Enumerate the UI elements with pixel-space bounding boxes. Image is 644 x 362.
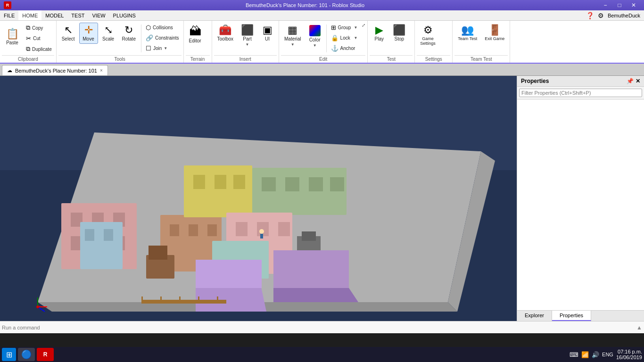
properties-filter-input[interactable] <box>519 89 642 97</box>
properties-tabs: Explorer Properties <box>517 310 644 321</box>
svg-rect-26 <box>285 177 299 191</box>
edit-content: ▦ Material ▼ Color ▼ ⊞ Group ▼ 🔒 Lock <box>281 23 365 54</box>
menu-test[interactable]: TEST <box>67 10 88 20</box>
group-icon: ⊞ <box>331 24 336 31</box>
svg-rect-28 <box>330 177 344 191</box>
explorer-tab[interactable]: Explorer <box>517 311 552 321</box>
paste-button[interactable]: 📋 Paste <box>2 23 23 51</box>
copy-button[interactable]: ⧉ Copy <box>24 23 54 33</box>
svg-rect-42 <box>141 300 226 304</box>
ui-button[interactable]: ▣ UI <box>258 23 277 44</box>
settings-content: ⚙ GameSettings <box>417 23 450 54</box>
test-content: ▶ Play ⬛ Stop <box>370 23 413 54</box>
svg-rect-15 <box>104 229 113 241</box>
main-tab[interactable]: ☁ BemutheDuck's Place Number: 101 × <box>2 65 108 75</box>
game-settings-button[interactable]: ⚙ GameSettings <box>417 23 439 48</box>
settings-icon[interactable]: ⚙ <box>598 12 604 19</box>
play-icon: ▶ <box>375 25 383 35</box>
svg-rect-19 <box>207 224 217 236</box>
svg-rect-23 <box>233 175 245 189</box>
tab-title: BemutheDuck's Place Number: 101 <box>15 68 97 74</box>
tab-cloud-icon: ☁ <box>7 67 12 74</box>
edit-small-stack: ⊞ Group ▼ 🔒 Lock ▼ ⚓ Anchor <box>329 23 361 53</box>
minimize-button[interactable]: − <box>599 1 612 9</box>
menu-home[interactable]: HOME <box>18 10 41 20</box>
part-dropdown-arrow: ▼ <box>246 42 249 47</box>
taskbar-roblox[interactable]: R <box>37 348 54 361</box>
editor-button[interactable]: 🏔 Editor <box>186 23 205 46</box>
titlebar: R BemutheDuck's Place Number: 101 - Robl… <box>0 0 644 10</box>
start-button[interactable]: ⊞ <box>2 348 16 361</box>
maximize-button[interactable]: □ <box>613 1 626 9</box>
group-button[interactable]: ⊞ Group ▼ <box>329 23 361 33</box>
svg-rect-44 <box>160 296 162 304</box>
move-icon: ✛ <box>84 25 93 35</box>
system-time: 07:16 p.m. <box>618 349 642 354</box>
properties-tab[interactable]: Properties <box>552 311 591 321</box>
menu-plugins[interactable]: PLUGINS <box>109 10 140 20</box>
part-button[interactable]: ⬛ Part ▼ <box>238 23 257 49</box>
viewport[interactable] <box>0 76 517 321</box>
exit-game-button[interactable]: 🚪 Exit Game <box>481 23 508 43</box>
taskbar-right: ⌨ 📶 🔊 ENG 07:16 p.m. 16/06/2019 <box>570 349 642 360</box>
properties-filter-area <box>517 87 644 99</box>
constraints-icon: 🔗 <box>146 34 153 41</box>
menu-view[interactable]: VIEW <box>88 10 109 20</box>
rotate-button[interactable]: ↻ Rotate <box>119 23 139 44</box>
edit-sep-1 <box>326 25 327 52</box>
insert-content: 🧰 Toolbox ⬛ Part ▼ ▣ UI <box>214 23 277 54</box>
collisions-button[interactable]: ⬡ Collisions <box>143 23 182 33</box>
svg-rect-36 <box>273 250 349 288</box>
play-button[interactable]: ▶ Play <box>370 23 388 44</box>
titlebar-controls: − □ ✕ <box>599 1 640 9</box>
tools-small-stack: ⬡ Collisions 🔗 Constraints ☐ Join ▼ <box>143 23 182 53</box>
ribbon-tools-section: ↖ Select ✛ Move ⤡ Scale ↻ Rotate ⬡ Colli… <box>57 21 184 63</box>
lock-icon: 🔒 <box>331 34 339 41</box>
volume-icon: 🔊 <box>592 351 599 358</box>
svg-rect-32 <box>278 222 290 236</box>
ribbon-terrain-section: 🏔 Editor Terrain <box>184 21 212 63</box>
select-button[interactable]: ↖ Select <box>58 23 78 44</box>
close-button[interactable]: ✕ <box>627 1 640 9</box>
svg-rect-39 <box>149 246 167 260</box>
help-icon[interactable]: ❓ <box>586 12 594 19</box>
cut-button[interactable]: ✂ Cut <box>24 33 54 43</box>
svg-point-48 <box>259 229 264 234</box>
join-button[interactable]: ☐ Join ▼ <box>143 43 182 53</box>
stop-button[interactable]: ⬛ Stop <box>389 23 409 44</box>
anchor-icon: ⚓ <box>331 45 339 52</box>
menu-model[interactable]: MODEL <box>41 10 67 20</box>
clipboard-content: 📋 Paste ⧉ Copy ✂ Cut ⧉ Duplicate <box>2 23 54 54</box>
move-button[interactable]: ✛ Move <box>79 23 98 44</box>
lock-button[interactable]: 🔒 Lock ▼ <box>329 33 361 43</box>
properties-pin-icon[interactable]: 📌 <box>627 78 634 84</box>
svg-rect-21 <box>193 175 205 189</box>
menu-file[interactable]: FILE <box>0 10 18 20</box>
edit-expand-icon[interactable]: ⤢ <box>362 23 365 28</box>
team-test-button[interactable]: 👥 Team Test <box>454 23 480 43</box>
duplicate-icon: ⧉ <box>26 45 30 53</box>
exit-game-icon: 🚪 <box>488 25 501 35</box>
toolbox-button[interactable]: 🧰 Toolbox <box>214 23 237 44</box>
svg-rect-18 <box>189 224 198 236</box>
constraints-button[interactable]: 🔗 Constraints <box>143 33 182 43</box>
svg-rect-27 <box>309 177 323 191</box>
join-dropdown-arrow: ▼ <box>164 46 167 50</box>
anchor-button[interactable]: ⚓ Anchor <box>329 43 361 53</box>
svg-rect-14 <box>85 229 94 241</box>
tab-close-button[interactable]: × <box>100 68 103 73</box>
properties-close-icon[interactable]: ✕ <box>636 78 640 84</box>
editor-icon: 🏔 <box>189 25 201 37</box>
keyboard-icon: ⌨ <box>570 351 578 358</box>
color-button[interactable]: Color ▼ <box>305 23 324 50</box>
scale-button[interactable]: ⤡ Scale <box>99 23 118 44</box>
taskbar-chrome[interactable]: 🔵 <box>18 348 35 361</box>
command-input[interactable] <box>2 325 636 330</box>
svg-rect-45 <box>179 296 181 304</box>
material-button[interactable]: ▦ Material ▼ <box>281 23 305 49</box>
ribbon-settings-section: ⚙ GameSettings Settings <box>415 21 453 63</box>
properties-content <box>517 99 644 310</box>
command-expand-icon[interactable]: ▲ <box>636 324 642 331</box>
duplicate-button[interactable]: ⧉ Duplicate <box>24 44 54 54</box>
select-icon: ↖ <box>64 25 73 35</box>
